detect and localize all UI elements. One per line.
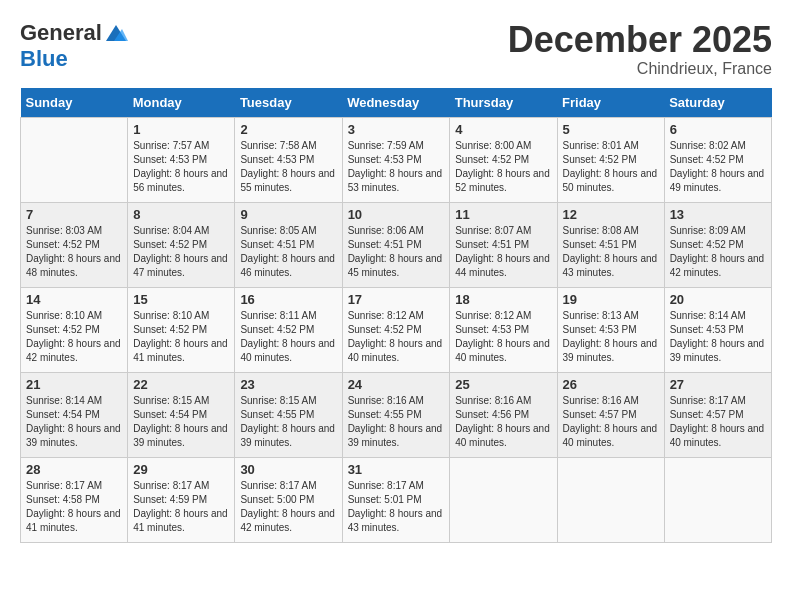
calendar-cell [450, 457, 557, 542]
calendar-cell: 9 Sunrise: 8:05 AMSunset: 4:51 PMDayligh… [235, 202, 342, 287]
calendar-week-1: 7 Sunrise: 8:03 AMSunset: 4:52 PMDayligh… [21, 202, 772, 287]
calendar-cell: 23 Sunrise: 8:15 AMSunset: 4:55 PMDaylig… [235, 372, 342, 457]
calendar-cell: 21 Sunrise: 8:14 AMSunset: 4:54 PMDaylig… [21, 372, 128, 457]
day-info: Sunrise: 8:16 AMSunset: 4:56 PMDaylight:… [455, 394, 551, 450]
calendar-cell: 22 Sunrise: 8:15 AMSunset: 4:54 PMDaylig… [128, 372, 235, 457]
calendar-cell: 8 Sunrise: 8:04 AMSunset: 4:52 PMDayligh… [128, 202, 235, 287]
day-info: Sunrise: 8:10 AMSunset: 4:52 PMDaylight:… [26, 309, 122, 365]
header-monday: Monday [128, 88, 235, 118]
day-number: 30 [240, 462, 336, 477]
title-section: December 2025 Chindrieux, France [508, 20, 772, 78]
day-info: Sunrise: 8:17 AMSunset: 4:57 PMDaylight:… [670, 394, 766, 450]
day-info: Sunrise: 8:05 AMSunset: 4:51 PMDaylight:… [240, 224, 336, 280]
day-number: 28 [26, 462, 122, 477]
header-sunday: Sunday [21, 88, 128, 118]
calendar-cell: 25 Sunrise: 8:16 AMSunset: 4:56 PMDaylig… [450, 372, 557, 457]
day-number: 16 [240, 292, 336, 307]
day-info: Sunrise: 7:59 AMSunset: 4:53 PMDaylight:… [348, 139, 445, 195]
day-number: 10 [348, 207, 445, 222]
day-info: Sunrise: 8:09 AMSunset: 4:52 PMDaylight:… [670, 224, 766, 280]
day-info: Sunrise: 8:16 AMSunset: 4:57 PMDaylight:… [563, 394, 659, 450]
calendar-cell: 18 Sunrise: 8:12 AMSunset: 4:53 PMDaylig… [450, 287, 557, 372]
header-saturday: Saturday [664, 88, 771, 118]
calendar-cell: 27 Sunrise: 8:17 AMSunset: 4:57 PMDaylig… [664, 372, 771, 457]
day-number: 6 [670, 122, 766, 137]
day-number: 5 [563, 122, 659, 137]
day-info: Sunrise: 8:15 AMSunset: 4:54 PMDaylight:… [133, 394, 229, 450]
calendar-cell: 16 Sunrise: 8:11 AMSunset: 4:52 PMDaylig… [235, 287, 342, 372]
calendar-cell: 3 Sunrise: 7:59 AMSunset: 4:53 PMDayligh… [342, 117, 450, 202]
calendar-cell: 14 Sunrise: 8:10 AMSunset: 4:52 PMDaylig… [21, 287, 128, 372]
calendar-cell [21, 117, 128, 202]
calendar-cell: 11 Sunrise: 8:07 AMSunset: 4:51 PMDaylig… [450, 202, 557, 287]
calendar-cell: 26 Sunrise: 8:16 AMSunset: 4:57 PMDaylig… [557, 372, 664, 457]
header-wednesday: Wednesday [342, 88, 450, 118]
day-info: Sunrise: 8:17 AMSunset: 4:59 PMDaylight:… [133, 479, 229, 535]
day-number: 4 [455, 122, 551, 137]
day-number: 18 [455, 292, 551, 307]
calendar-week-0: 1 Sunrise: 7:57 AMSunset: 4:53 PMDayligh… [21, 117, 772, 202]
day-number: 12 [563, 207, 659, 222]
location: Chindrieux, France [508, 60, 772, 78]
calendar-cell [557, 457, 664, 542]
calendar-cell: 29 Sunrise: 8:17 AMSunset: 4:59 PMDaylig… [128, 457, 235, 542]
day-info: Sunrise: 8:01 AMSunset: 4:52 PMDaylight:… [563, 139, 659, 195]
day-number: 27 [670, 377, 766, 392]
day-number: 7 [26, 207, 122, 222]
day-info: Sunrise: 8:12 AMSunset: 4:52 PMDaylight:… [348, 309, 445, 365]
day-info: Sunrise: 8:02 AMSunset: 4:52 PMDaylight:… [670, 139, 766, 195]
day-info: Sunrise: 8:14 AMSunset: 4:53 PMDaylight:… [670, 309, 766, 365]
day-info: Sunrise: 8:06 AMSunset: 4:51 PMDaylight:… [348, 224, 445, 280]
day-number: 14 [26, 292, 122, 307]
logo: General Blue [20, 20, 128, 72]
day-info: Sunrise: 8:15 AMSunset: 4:55 PMDaylight:… [240, 394, 336, 450]
day-info: Sunrise: 8:00 AMSunset: 4:52 PMDaylight:… [455, 139, 551, 195]
logo-general-text: General [20, 20, 102, 46]
calendar-table: Sunday Monday Tuesday Wednesday Thursday… [20, 88, 772, 543]
calendar-cell: 31 Sunrise: 8:17 AMSunset: 5:01 PMDaylig… [342, 457, 450, 542]
day-number: 29 [133, 462, 229, 477]
day-number: 3 [348, 122, 445, 137]
header-tuesday: Tuesday [235, 88, 342, 118]
day-info: Sunrise: 8:11 AMSunset: 4:52 PMDaylight:… [240, 309, 336, 365]
day-number: 31 [348, 462, 445, 477]
day-number: 22 [133, 377, 229, 392]
day-number: 1 [133, 122, 229, 137]
header-friday: Friday [557, 88, 664, 118]
day-number: 26 [563, 377, 659, 392]
day-info: Sunrise: 7:58 AMSunset: 4:53 PMDaylight:… [240, 139, 336, 195]
logo-icon [104, 21, 128, 45]
day-number: 19 [563, 292, 659, 307]
day-number: 24 [348, 377, 445, 392]
header-thursday: Thursday [450, 88, 557, 118]
day-number: 9 [240, 207, 336, 222]
calendar-cell: 30 Sunrise: 8:17 AMSunset: 5:00 PMDaylig… [235, 457, 342, 542]
calendar-cell: 4 Sunrise: 8:00 AMSunset: 4:52 PMDayligh… [450, 117, 557, 202]
day-info: Sunrise: 8:14 AMSunset: 4:54 PMDaylight:… [26, 394, 122, 450]
day-number: 13 [670, 207, 766, 222]
day-info: Sunrise: 7:57 AMSunset: 4:53 PMDaylight:… [133, 139, 229, 195]
day-info: Sunrise: 8:12 AMSunset: 4:53 PMDaylight:… [455, 309, 551, 365]
logo-blue-text: Blue [20, 46, 68, 72]
calendar-cell: 24 Sunrise: 8:16 AMSunset: 4:55 PMDaylig… [342, 372, 450, 457]
calendar-cell: 5 Sunrise: 8:01 AMSunset: 4:52 PMDayligh… [557, 117, 664, 202]
day-number: 15 [133, 292, 229, 307]
day-info: Sunrise: 8:17 AMSunset: 4:58 PMDaylight:… [26, 479, 122, 535]
calendar-cell: 17 Sunrise: 8:12 AMSunset: 4:52 PMDaylig… [342, 287, 450, 372]
calendar-cell: 7 Sunrise: 8:03 AMSunset: 4:52 PMDayligh… [21, 202, 128, 287]
day-info: Sunrise: 8:07 AMSunset: 4:51 PMDaylight:… [455, 224, 551, 280]
calendar-cell: 10 Sunrise: 8:06 AMSunset: 4:51 PMDaylig… [342, 202, 450, 287]
day-info: Sunrise: 8:17 AMSunset: 5:00 PMDaylight:… [240, 479, 336, 535]
calendar-week-2: 14 Sunrise: 8:10 AMSunset: 4:52 PMDaylig… [21, 287, 772, 372]
calendar-cell: 28 Sunrise: 8:17 AMSunset: 4:58 PMDaylig… [21, 457, 128, 542]
day-number: 2 [240, 122, 336, 137]
calendar-cell: 1 Sunrise: 7:57 AMSunset: 4:53 PMDayligh… [128, 117, 235, 202]
day-number: 17 [348, 292, 445, 307]
day-number: 25 [455, 377, 551, 392]
calendar-cell: 2 Sunrise: 7:58 AMSunset: 4:53 PMDayligh… [235, 117, 342, 202]
day-info: Sunrise: 8:08 AMSunset: 4:51 PMDaylight:… [563, 224, 659, 280]
day-info: Sunrise: 8:16 AMSunset: 4:55 PMDaylight:… [348, 394, 445, 450]
header-row: Sunday Monday Tuesday Wednesday Thursday… [21, 88, 772, 118]
calendar-week-4: 28 Sunrise: 8:17 AMSunset: 4:58 PMDaylig… [21, 457, 772, 542]
calendar-cell: 15 Sunrise: 8:10 AMSunset: 4:52 PMDaylig… [128, 287, 235, 372]
